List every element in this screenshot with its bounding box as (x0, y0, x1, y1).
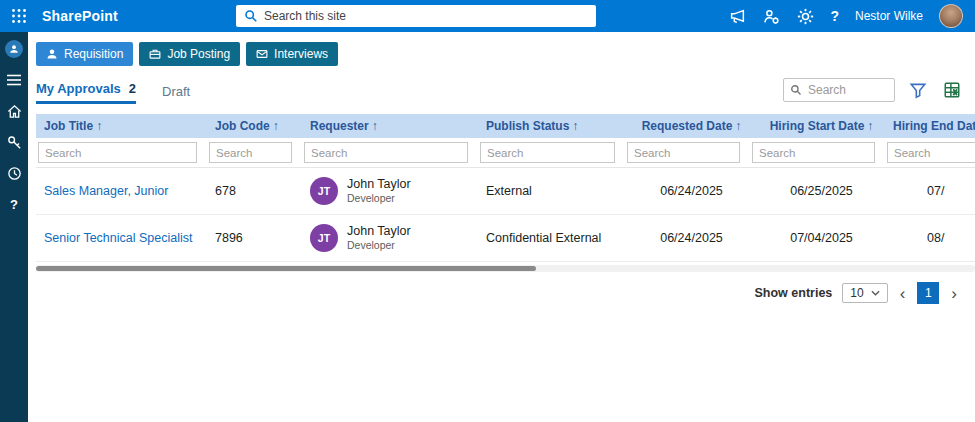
interviews-button[interactable]: Interviews (246, 42, 338, 66)
filter-hiring-start-date-input[interactable] (752, 142, 875, 163)
envelope-icon (256, 48, 268, 60)
app-title: SharePoint (42, 8, 118, 24)
left-rail: ? (0, 32, 28, 422)
requester-name: John Taylor (347, 224, 411, 239)
profile-icon[interactable] (5, 40, 23, 58)
user-name: Nestor Wilke (855, 9, 923, 23)
page-size-value: 10 (850, 286, 863, 300)
filter-publish-status-input[interactable] (480, 142, 615, 163)
hiring-end-date-value: 08/ (885, 231, 975, 245)
key-icon[interactable] (5, 133, 23, 151)
list-toolbar (783, 78, 975, 104)
filter-job-code-input[interactable] (209, 142, 292, 163)
hiring-start-date-value: 06/25/2025 (750, 184, 885, 198)
suite-bar: SharePoint (0, 0, 975, 32)
job-title-link[interactable]: Sales Manager, Junior (44, 184, 168, 198)
action-buttons: Requisition Job Posting Interviews (36, 42, 975, 66)
requester-name: John Taylor (347, 177, 411, 192)
requested-date-value: 06/24/2025 (625, 231, 750, 245)
site-search-box[interactable] (236, 5, 596, 27)
requested-date-value: 06/24/2025 (625, 184, 750, 198)
help-icon[interactable]: ? (830, 8, 839, 24)
megaphone-icon[interactable] (728, 7, 746, 25)
column-header-job-title[interactable]: Job Title↑ (36, 119, 207, 133)
requester-role: Developer (347, 239, 411, 252)
tab-my-approvals[interactable]: My Approvals 2 (36, 81, 136, 104)
table-row: Sales Manager, Junior 678 JT John Taylor… (36, 168, 975, 215)
tab-draft[interactable]: Draft (162, 84, 190, 104)
site-search-input[interactable] (264, 9, 588, 23)
app-launcher-icon[interactable] (4, 0, 34, 32)
column-header-publish-status[interactable]: Publish Status↑ (478, 119, 625, 133)
job-code-value: 7896 (207, 231, 302, 245)
pagination-bar: Show entries 10 ‹ 1 › (36, 282, 975, 304)
main-content: Requisition Job Posting Interviews (28, 32, 975, 422)
column-header-requested-date[interactable]: Requested Date↑ (625, 119, 750, 133)
hiring-end-date-value: 07/ (885, 184, 975, 198)
filter-row (36, 138, 975, 168)
page-size-select[interactable]: 10 (842, 283, 887, 303)
requester-avatar: JT (310, 177, 338, 205)
publish-status-value: Confidential External (478, 231, 625, 245)
scrollbar-thumb[interactable] (36, 266, 536, 271)
history-icon[interactable] (5, 164, 23, 182)
requester-avatar: JT (310, 224, 338, 252)
requester-role: Developer (347, 192, 411, 205)
job-posting-button-label: Job Posting (167, 47, 230, 61)
column-header-requester[interactable]: Requester↑ (302, 119, 478, 133)
interviews-button-label: Interviews (274, 47, 328, 61)
column-header-hiring-end-date[interactable]: Hiring End Date (885, 119, 975, 133)
job-posting-button[interactable]: Job Posting (139, 42, 240, 66)
sort-asc-icon: ↑ (96, 119, 102, 133)
requisition-button-label: Requisition (64, 47, 123, 61)
home-icon[interactable] (5, 102, 23, 120)
user-avatar[interactable] (939, 4, 963, 28)
search-icon (244, 9, 258, 23)
menu-icon[interactable] (5, 71, 23, 89)
account-settings-icon[interactable] (762, 7, 780, 25)
briefcase-icon (149, 48, 161, 60)
chevron-down-icon (871, 290, 880, 296)
tab-my-approvals-label: My Approvals (36, 81, 121, 96)
tab-draft-label: Draft (162, 84, 190, 99)
list-search-box[interactable] (783, 78, 895, 102)
requisition-button[interactable]: Requisition (36, 42, 133, 66)
table-header-row: Job Title↑ Job Code↑ Requester↑ Publish … (36, 114, 975, 138)
job-title-link[interactable]: Senior Technical Specialist (44, 231, 192, 245)
gear-icon[interactable] (796, 7, 814, 25)
filter-job-title-input[interactable] (38, 142, 197, 163)
sort-asc-icon: ↑ (735, 119, 741, 133)
horizontal-scrollbar[interactable] (36, 265, 975, 272)
previous-page-button[interactable]: ‹ (898, 285, 908, 302)
sort-asc-icon: ↑ (273, 119, 279, 133)
excel-export-icon[interactable] (941, 79, 963, 101)
requisitions-table: Job Title↑ Job Code↑ Requester↑ Publish … (36, 114, 975, 262)
job-code-value: 678 (207, 184, 302, 198)
column-header-job-code[interactable]: Job Code↑ (207, 119, 302, 133)
show-entries-label: Show entries (755, 286, 833, 300)
filter-requested-date-input[interactable] (627, 142, 740, 163)
table-row: Senior Technical Specialist 7896 JT John… (36, 215, 975, 262)
list-search-input[interactable] (808, 83, 888, 97)
filter-icon[interactable] (907, 79, 929, 101)
filter-hiring-end-date-input[interactable] (887, 142, 975, 163)
page-1-button[interactable]: 1 (917, 282, 939, 304)
rail-help-icon[interactable]: ? (5, 195, 23, 213)
tabs-row: My Approvals 2 Draft (36, 78, 975, 104)
requester-cell: JT John Taylor Developer (310, 177, 478, 205)
next-page-button[interactable]: › (949, 285, 959, 302)
hiring-start-date-value: 07/04/2025 (750, 231, 885, 245)
person-icon (46, 48, 58, 60)
approvals-count-badge: 2 (129, 81, 136, 96)
sort-asc-icon: ↑ (867, 119, 873, 133)
filter-requester-input[interactable] (304, 142, 468, 163)
column-header-hiring-start-date[interactable]: Hiring Start Date↑ (750, 119, 885, 133)
requester-cell: JT John Taylor Developer (310, 224, 478, 252)
search-icon (790, 84, 802, 96)
sort-asc-icon: ↑ (372, 119, 378, 133)
publish-status-value: External (478, 184, 625, 198)
sort-asc-icon: ↑ (572, 119, 578, 133)
